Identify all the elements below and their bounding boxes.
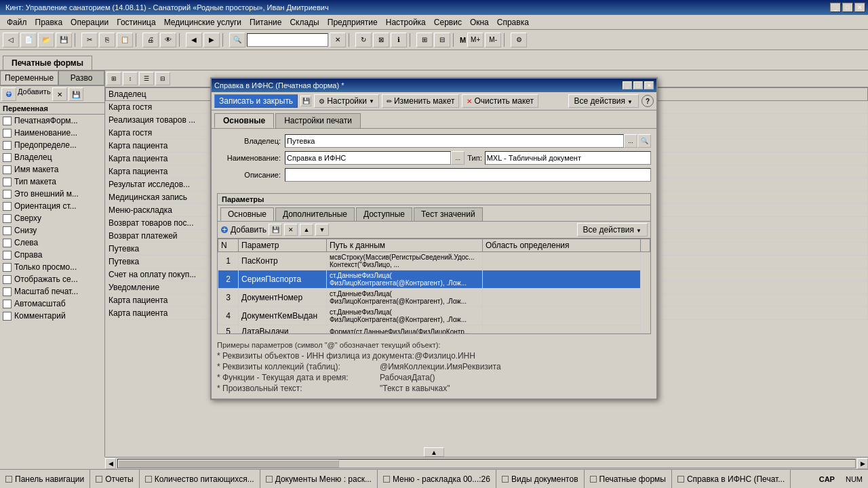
checkbox-8[interactable] bbox=[3, 214, 12, 223]
type-input[interactable] bbox=[485, 151, 651, 165]
checkbox-1[interactable] bbox=[3, 129, 12, 138]
menu-windows[interactable]: Окна bbox=[466, 16, 493, 28]
status-reports[interactable]: Отчеты bbox=[90, 470, 139, 488]
status-print-forms[interactable]: Печатные формы bbox=[585, 470, 672, 488]
all-actions-button[interactable]: Все действия ▼ bbox=[568, 94, 639, 108]
status-spravka[interactable]: Справка в ИФНС (Печат... bbox=[672, 470, 791, 488]
params-row-0[interactable]: 1ПасКонтрмсвСтроку(Массив(РегистрыСведен… bbox=[218, 252, 650, 270]
name-input[interactable] bbox=[285, 151, 451, 165]
menu-operations[interactable]: Операции bbox=[66, 16, 113, 28]
params-row-2[interactable]: 3ДокументНомерст.ДанныеФизЛица( ФизЛицоК… bbox=[218, 289, 650, 307]
toolbar-stop[interactable]: ⊠ bbox=[373, 33, 389, 47]
params-add-btn[interactable]: + Добавить bbox=[220, 225, 267, 235]
status-menu-layout[interactable]: Меню - раскладка 00...:26 bbox=[378, 470, 496, 488]
toolbar-new[interactable]: 📄 bbox=[20, 33, 37, 47]
params-actions-btn[interactable]: Все действия ▼ bbox=[577, 223, 648, 237]
menu-warehouses[interactable]: Склады bbox=[285, 16, 323, 28]
toolbar-copy[interactable]: ⎘ bbox=[99, 33, 115, 47]
maximize-button[interactable]: □ bbox=[842, 3, 853, 12]
checkbox-10[interactable] bbox=[3, 239, 12, 247]
name-browse-btn[interactable]: ... bbox=[451, 151, 465, 165]
right-cols-btn[interactable]: ⊟ bbox=[155, 72, 170, 85]
params-row-3[interactable]: 4ДокументКемВыданст.ДанныеФизЛица( ФизЛи… bbox=[218, 307, 650, 325]
close-button[interactable]: ✕ bbox=[854, 3, 865, 12]
toolbar-mplus[interactable]: M+ bbox=[467, 33, 484, 47]
menu-settings[interactable]: Настройка bbox=[382, 16, 430, 28]
toolbar-cut[interactable]: ✂ bbox=[81, 33, 98, 47]
menu-help[interactable]: Справка bbox=[493, 16, 533, 28]
right-filter-btn[interactable]: ☰ bbox=[139, 72, 154, 85]
scroll-right-btn[interactable]: ▶ bbox=[857, 458, 868, 469]
toolbar-info[interactable]: ℹ bbox=[391, 33, 407, 47]
sidebar-item-12[interactable]: Только просмо... bbox=[0, 261, 104, 273]
menu-food[interactable]: Питание bbox=[245, 16, 285, 28]
checkbox-13[interactable] bbox=[3, 275, 12, 284]
menu-edit[interactable]: Правка bbox=[31, 16, 67, 28]
toolbar-search-clear[interactable]: ✕ bbox=[330, 33, 346, 47]
toolbar-mminus[interactable]: M- bbox=[485, 33, 501, 47]
minimize-button[interactable]: _ bbox=[830, 3, 841, 12]
status-food-count[interactable]: Количество питающихся... bbox=[140, 470, 260, 488]
sidebar-add-btn[interactable]: Добавить bbox=[18, 87, 51, 101]
menu-service[interactable]: Сервис bbox=[430, 16, 466, 28]
params-up-btn[interactable]: ▲ bbox=[300, 224, 313, 236]
toolbar-nav-fwd[interactable]: ▶ bbox=[203, 33, 220, 47]
toolbar-search[interactable]: 🔍 bbox=[229, 33, 245, 47]
save-close-button[interactable]: Записать и закрыть bbox=[214, 94, 298, 108]
tab-main[interactable]: Основные bbox=[214, 113, 274, 128]
params-tab-available[interactable]: Доступные bbox=[356, 207, 412, 221]
params-tab-test[interactable]: Тест значений bbox=[414, 207, 483, 221]
menu-medical[interactable]: Медицинские услуги bbox=[160, 16, 245, 28]
params-tab-main[interactable]: Основные bbox=[220, 207, 274, 221]
sidebar-item-8[interactable]: Сверху bbox=[0, 212, 104, 224]
dialog-maximize[interactable]: □ bbox=[633, 81, 643, 89]
checkbox-6[interactable] bbox=[3, 190, 12, 199]
settings-button[interactable]: ⚙ Настройки ▼ bbox=[314, 94, 379, 108]
menu-enterprise[interactable]: Предприятие bbox=[323, 16, 382, 28]
toolbar-settings[interactable]: ⚙ bbox=[511, 33, 527, 47]
sidebar-item-6[interactable]: Это внешний м... bbox=[0, 188, 104, 200]
toolbar-refresh[interactable]: ↻ bbox=[355, 33, 372, 47]
toolbar-paste[interactable]: 📋 bbox=[117, 33, 133, 47]
dialog-close[interactable]: ✕ bbox=[644, 81, 654, 89]
sidebar-item-16[interactable]: Комментарий bbox=[0, 310, 104, 322]
sidebar-item-4[interactable]: Имя макета bbox=[0, 163, 104, 176]
menu-file[interactable]: Файл bbox=[3, 16, 31, 28]
chevron-up-button[interactable]: ▲ bbox=[424, 447, 444, 457]
owner-input[interactable] bbox=[285, 134, 624, 148]
params-delete-btn[interactable]: ✕ bbox=[284, 224, 298, 236]
sidebar-delete-btn[interactable]: ✕ bbox=[52, 87, 67, 101]
checkbox-11[interactable] bbox=[3, 251, 12, 260]
toolbar-grid[interactable]: ⊞ bbox=[416, 33, 433, 47]
clear-layout-button[interactable]: ✕ Очистить макет bbox=[462, 94, 538, 108]
dialog-minimize[interactable]: _ bbox=[623, 81, 632, 89]
sidebar-item-9[interactable]: Снизу bbox=[0, 224, 104, 237]
toolbar-back[interactable]: ◁ bbox=[3, 33, 19, 47]
checkbox-2[interactable] bbox=[3, 141, 12, 150]
status-doc-types[interactable]: Виды документов bbox=[496, 470, 585, 488]
checkbox-12[interactable] bbox=[3, 263, 12, 272]
scroll-left-btn[interactable]: ◀ bbox=[105, 458, 116, 469]
sidebar-item-2[interactable]: Предопределе... bbox=[0, 139, 104, 151]
sidebar-item-7[interactable]: Ориентация ст... bbox=[0, 200, 104, 212]
checkbox-9[interactable] bbox=[3, 226, 12, 235]
params-table-scroll[interactable]: N Параметр Путь к данным Область определ… bbox=[218, 239, 650, 333]
save-icon[interactable]: 💾 bbox=[300, 96, 311, 106]
sidebar-item-14[interactable]: Масштаб печат... bbox=[0, 285, 104, 298]
checkbox-3[interactable] bbox=[3, 153, 12, 162]
checkbox-15[interactable] bbox=[3, 300, 12, 308]
owner-search-btn[interactable]: 🔍 bbox=[637, 134, 651, 148]
sidebar-item-11[interactable]: Справа bbox=[0, 249, 104, 261]
sidebar-item-13[interactable]: Отображать се... bbox=[0, 273, 104, 285]
change-layout-button[interactable]: ✏ Изменить макет bbox=[382, 94, 460, 108]
params-save-btn[interactable]: 💾 bbox=[269, 224, 282, 236]
sidebar-item-5[interactable]: Тип макета bbox=[0, 176, 104, 188]
checkbox-0[interactable] bbox=[3, 117, 12, 125]
params-row-1[interactable]: 2СерияПаспортаст.ДанныеФизЛица( ФизЛицоК… bbox=[218, 270, 650, 289]
owner-browse-btn[interactable]: ... bbox=[624, 134, 637, 148]
search-input[interactable] bbox=[247, 33, 328, 47]
sidebar-save-btn[interactable]: 💾 bbox=[68, 87, 83, 101]
help-button[interactable]: ? bbox=[642, 95, 654, 107]
sidebar-item-3[interactable]: Владелец bbox=[0, 151, 104, 163]
status-nav[interactable]: Панель навигации bbox=[0, 470, 90, 488]
